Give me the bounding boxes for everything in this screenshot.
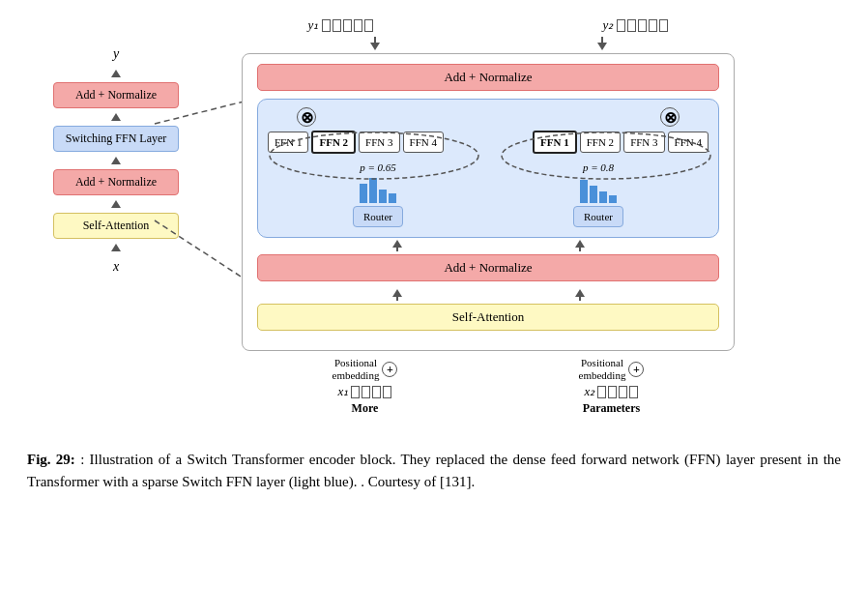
grid-cell	[322, 19, 331, 32]
pos-emb-left: Positionalembedding +	[333, 357, 398, 382]
pos-emb-right-text: Positionalembedding	[579, 357, 626, 382]
y1-label-group: y₁	[308, 17, 374, 33]
y1-label: y₁	[308, 17, 319, 33]
xmark-left: ⊗	[297, 107, 316, 127]
top-labels-row: y₁ y₂	[242, 17, 735, 33]
right-ffn-group: FFN 1 FFN 2 FFN 3 FFN 4	[533, 131, 709, 154]
grid-cell	[364, 19, 373, 32]
arrow-mid-left	[392, 240, 402, 251]
right-ffn2: FFN 2	[580, 132, 621, 153]
arrow-sa-right	[575, 289, 585, 301]
arrow-up-1	[111, 70, 121, 77]
bar2	[369, 178, 377, 203]
arrow-mid-right	[575, 240, 585, 251]
right-p-label: p = 0.8	[583, 161, 614, 173]
grid-cell	[354, 19, 362, 32]
x1-row: x₁	[338, 384, 392, 399]
left-add-norm-top: Add + Normalize	[53, 82, 179, 108]
x1-grid-icon	[351, 386, 391, 398]
top-arrows	[242, 37, 735, 50]
arrow-up-5	[111, 244, 121, 251]
arrow-up-4	[111, 200, 121, 208]
left-add-norm-bottom: Add + Normalize	[53, 169, 179, 195]
left-diagram: y Add + Normalize Switching FFN Layer Ad…	[19, 17, 213, 275]
mid-arrows	[257, 240, 719, 251]
bar1	[360, 184, 367, 203]
grid-cell	[638, 19, 647, 32]
right-ffn1: FFN 1	[533, 131, 577, 154]
left-ffn4: FFN 4	[403, 132, 444, 153]
gc	[629, 386, 638, 398]
grid-cell	[627, 19, 636, 32]
gc	[351, 386, 360, 398]
bottom-labels-row: Positionalembedding + x₁ More	[242, 357, 735, 416]
self-attn-arrows	[257, 289, 719, 301]
right-ffn3: FFN 3	[623, 132, 664, 153]
left-switching-layer: Switching FFN Layer	[53, 126, 179, 152]
y1-grid-icon	[322, 19, 373, 32]
arrow-up-2	[111, 113, 121, 121]
left-bar-chart	[360, 176, 396, 203]
right-p-label-row: p = 0.8	[583, 161, 614, 173]
gc	[383, 386, 391, 398]
right-diagram: y₁ y₂	[242, 17, 849, 416]
left-p-label-row: p = 0.65	[360, 161, 396, 173]
plus-left: +	[382, 362, 397, 377]
left-ffn1: FFN 1	[268, 132, 308, 153]
more-label: More	[352, 401, 379, 416]
left-router-section: p = 0.65 Router	[353, 161, 403, 227]
arrow-up-3	[111, 157, 121, 164]
x2-label: x₂	[585, 384, 595, 399]
arrow-sa-left	[392, 289, 402, 301]
bar1	[580, 180, 588, 203]
y2-grid-icon	[617, 19, 668, 32]
x1-label: x₁	[338, 384, 349, 399]
x1-label-group: Positionalembedding + x₁ More	[333, 357, 398, 416]
grid-cell	[617, 19, 625, 32]
bar4	[609, 195, 617, 203]
caption-label: Fig. 29:	[27, 452, 75, 467]
caption-block: Fig. 29: : Illustration of a Switch Tran…	[19, 449, 849, 494]
right-ffn4: FFN 4	[668, 132, 709, 153]
ffn-rows: FFN 1 FFN 2 FFN 3 FFN 4 FFN 1 FFN 2 FFN …	[268, 131, 709, 154]
left-ffn2: FFN 2	[311, 131, 356, 154]
bar3	[599, 191, 607, 203]
arrow-y1-down	[370, 37, 380, 50]
gc	[608, 386, 617, 398]
gc	[597, 386, 606, 398]
right-outer-box: Add + Normalize ⊗ ⊗ FFN 1 FFN 2 FFN 3	[242, 53, 735, 351]
grid-cell	[649, 19, 657, 32]
bar3	[379, 190, 387, 203]
xmark-right: ⊗	[660, 107, 680, 127]
left-x-label: x	[113, 259, 119, 275]
x2-row: x₂	[585, 384, 639, 399]
parameters-label: Parameters	[583, 401, 640, 416]
right-top-add-normalize: Add + Normalize	[257, 64, 719, 91]
diagram-area: y Add + Normalize Switching FFN Layer Ad…	[19, 17, 849, 433]
grid-cell	[333, 19, 341, 32]
xmark-row: ⊗ ⊗	[268, 107, 709, 127]
bar4	[389, 193, 396, 203]
main-container: y Add + Normalize Switching FFN Layer Ad…	[0, 0, 868, 504]
pos-emb-right: Positionalembedding +	[579, 357, 645, 382]
right-mid-add-normalize: Add + Normalize	[257, 254, 719, 281]
router-row: p = 0.65 Router	[268, 161, 709, 227]
left-ffn-group: FFN 1 FFN 2 FFN 3 FFN 4	[268, 131, 444, 154]
gc	[362, 386, 370, 398]
caption-text: : Illustration of a Switch Transformer e…	[27, 452, 841, 489]
grid-cell	[659, 19, 668, 32]
right-router-box: Router	[573, 206, 623, 227]
left-p-label: p = 0.65	[360, 161, 396, 173]
left-router-box: Router	[353, 206, 403, 227]
y2-label: y₂	[603, 17, 614, 33]
left-self-attention: Self-Attention	[53, 213, 179, 239]
grid-cell	[343, 19, 352, 32]
blue-switch-area: ⊗ ⊗ FFN 1 FFN 2 FFN 3 FFN 4 FFN 1	[257, 99, 719, 238]
left-ffn3: FFN 3	[359, 132, 399, 153]
gc	[619, 386, 627, 398]
arrow-y2-down	[597, 37, 607, 50]
right-router-section: p = 0.8 Router	[573, 161, 623, 227]
plus-right: +	[628, 362, 644, 377]
pos-emb-left-text: Positionalembedding	[333, 357, 380, 382]
right-self-attention: Self-Attention	[257, 304, 719, 331]
